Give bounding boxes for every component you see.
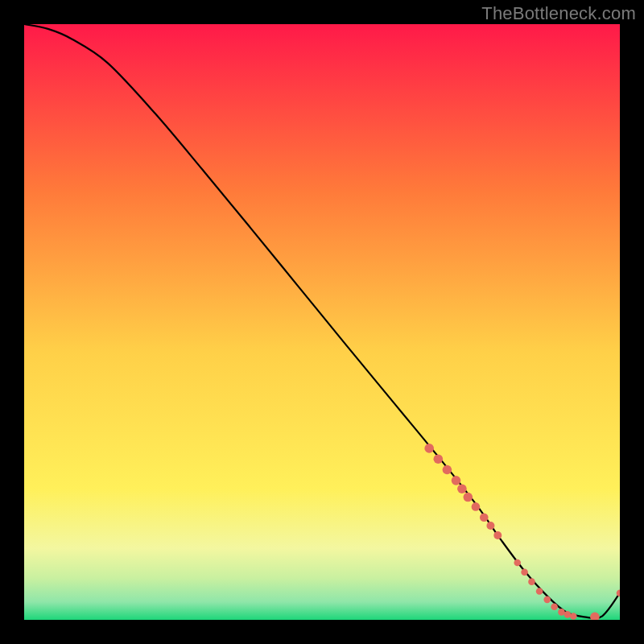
data-point [528, 578, 535, 585]
data-point [558, 609, 565, 616]
data-point [457, 484, 467, 493]
data-point [521, 569, 528, 576]
data-point [472, 502, 481, 511]
data-point [570, 613, 577, 620]
data-point [493, 531, 502, 539]
data-point [536, 588, 543, 595]
watermark-text: TheBottleneck.com [481, 3, 636, 24]
data-point [543, 597, 551, 604]
data-point [424, 444, 434, 453]
data-point [464, 493, 473, 502]
data-point [443, 465, 452, 475]
data-point [452, 476, 461, 485]
chart-frame: TheBottleneck.com [0, 0, 644, 644]
data-point [434, 454, 444, 464]
data-point [551, 603, 558, 610]
data-point [514, 559, 521, 567]
chart-svg [24, 24, 620, 620]
gradient-background [24, 24, 620, 620]
data-point [480, 513, 489, 522]
data-point [564, 611, 572, 618]
data-point [486, 522, 494, 530]
plot-area [24, 24, 620, 620]
